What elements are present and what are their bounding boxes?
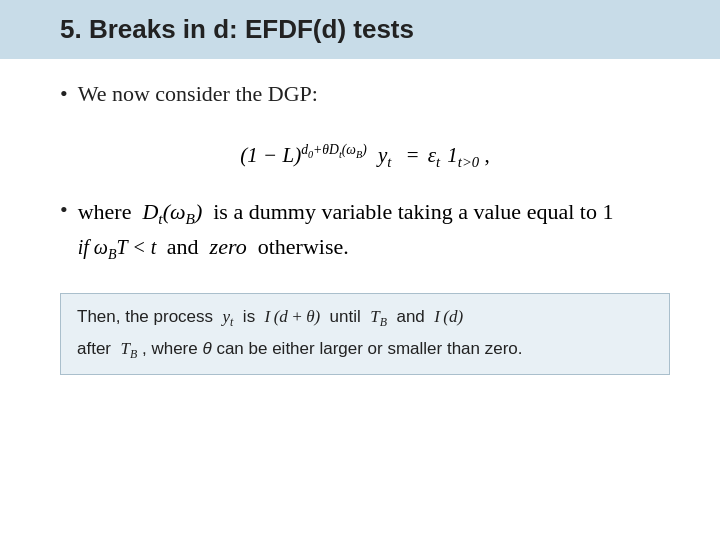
dgp-formula: (1 − L)d0+θDt(ωB) yt = εt 1t>0 ,	[60, 142, 670, 171]
bullet-1: • We now consider the DGP:	[60, 79, 670, 110]
bullet-2-otherwise: otherwise.	[252, 234, 349, 259]
hl-id-theta: I (d + θ)	[265, 307, 321, 326]
bullet-2-where: where	[78, 199, 137, 224]
slide-title: 5. Breaks in d: EFDF(d) tests	[60, 14, 414, 44]
hl-id: I (d)	[434, 307, 463, 326]
slide: 5. Breaks in d: EFDF(d) tests • We now c…	[0, 0, 720, 540]
bullet-dot-1: •	[60, 79, 68, 110]
hl-after-text: after	[77, 339, 116, 358]
bullet-1-text: We now consider the DGP:	[78, 79, 318, 110]
bullet-2-content: where Dt(ωB) is a dummy variable taking …	[78, 195, 670, 266]
slide-content: • We now consider the DGP: (1 − L)d0+θDt…	[0, 59, 720, 540]
bullet-2-and: and	[161, 234, 204, 259]
hl-tb2: TB	[120, 339, 137, 358]
slide-header: 5. Breaks in d: EFDF(d) tests	[0, 0, 720, 59]
bullet-2: • where Dt(ωB) is a dummy variable takin…	[60, 195, 670, 266]
hl-yt: yt	[223, 307, 234, 326]
hl-tb1: TB	[370, 307, 387, 326]
hl-until-text: until	[325, 307, 366, 326]
bullet-2-zero: zero	[210, 234, 247, 259]
bullet-2-dt-formula: Dt(ωB)	[142, 199, 207, 224]
bullet-dot-2: •	[60, 195, 68, 226]
hl-and-text: and	[392, 307, 430, 326]
formula-1: (1 − L)d0+θDt(ωB) yt = εt 1t>0 ,	[240, 142, 489, 171]
hl-where-text: , where θ can be either larger or smalle…	[142, 339, 523, 358]
bullet-2-text-post: is a dummy variable taking a value equal…	[208, 199, 619, 224]
highlighted-line-2: after TB , where θ can be either larger …	[77, 336, 653, 364]
hl-then-text: Then, the process	[77, 307, 218, 326]
highlighted-line-1: Then, the process yt is I (d + θ) until …	[77, 304, 653, 332]
bullet-2-condition-formula: if ωBT < t	[78, 236, 162, 258]
hl-is-text: is	[238, 307, 260, 326]
highlighted-box: Then, the process yt is I (d + θ) until …	[60, 293, 670, 375]
